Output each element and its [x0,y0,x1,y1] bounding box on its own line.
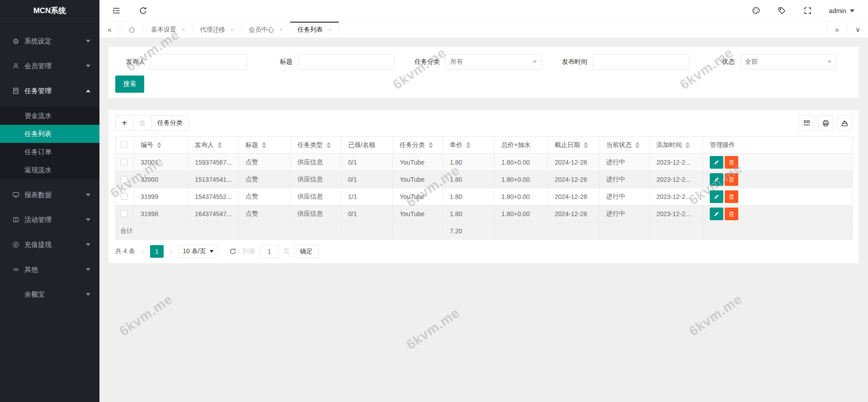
total-empty-cell [548,222,599,240]
sidebar-item[interactable]: 余额宝 [0,285,99,303]
tabs-menu-button[interactable]: ∨ [847,22,868,38]
trash-icon [728,159,735,166]
row-checkbox[interactable] [121,193,127,200]
sort-asc-icon [635,142,640,145]
sidebar-item[interactable]: 任务管理 [0,82,99,100]
edit-button[interactable] [710,190,723,203]
sidebar-subitem[interactable]: 任务列表 [0,125,99,143]
sort-icon[interactable] [466,142,471,148]
fullscreen-icon[interactable] [803,6,812,15]
tab[interactable]: 基本设置× [144,22,193,38]
sort-icon[interactable] [429,142,433,148]
current-page-button[interactable]: 1 [150,245,164,258]
row-checkbox[interactable] [121,159,127,166]
delete-button[interactable] [725,190,738,203]
edit-button[interactable] [710,208,723,220]
edit-button[interactable] [710,173,723,186]
chevron-up-icon [86,90,90,92]
sidebar-item[interactable]: 会员管理 [0,57,99,75]
column-header-inner: 当前状态 [606,141,640,149]
refresh-icon[interactable] [139,6,147,15]
tabs-scroll-left-button[interactable]: « [99,22,120,38]
filter-select[interactable]: 全部 [740,54,837,70]
row-select-cell [116,188,134,205]
sort-icon[interactable] [685,142,690,148]
add-button[interactable]: + [115,115,133,131]
sort-icon[interactable] [326,142,331,148]
cell-unit-price: 1.80 [443,188,495,205]
filter-input[interactable] [593,54,689,70]
next-page-button[interactable]: › [168,247,174,255]
columns-icon [803,119,811,127]
sidebar-item[interactable]: ⚙系统设定 [0,32,99,50]
filter-row: 发布人标题任务分类所有发布时间状态全部 [115,54,852,70]
tab[interactable]: 代理迁移× [193,22,241,38]
column-header-inner: 管理操作 [710,141,735,149]
prev-page-button[interactable]: ‹ [140,247,146,255]
close-tab-icon[interactable]: × [279,27,283,33]
sidebar-subitem[interactable]: 资金流水 [0,107,99,125]
sort-icon[interactable] [262,142,266,148]
column-header: 标题 [239,137,291,154]
table-body: 32001159374567...点赞供应信息0/1YouTube1.801.8… [116,154,853,240]
cell-category: YouTube [393,205,443,222]
user-menu[interactable]: admin [829,7,854,14]
close-tab-icon[interactable]: × [182,27,185,33]
row-checkbox[interactable] [121,210,127,217]
column-label: 添加时间 [656,141,682,149]
task-category-button[interactable]: 任务分类 [151,115,189,131]
column-header-inner: 已领/名额 [348,141,375,149]
filter-select[interactable]: 所有 [445,54,542,70]
print-button[interactable] [818,115,833,131]
close-tab-icon[interactable]: × [328,27,331,33]
sidebar-subitem[interactable]: 任务订单 [0,143,99,161]
tab-label: 会员中心 [249,26,274,34]
tab[interactable]: 会员中心× [241,22,290,38]
delete-button[interactable] [725,208,738,220]
filter-input[interactable] [151,54,247,70]
pagination-refresh-icon[interactable] [229,248,236,255]
delete-selected-button[interactable] [133,115,152,131]
tabs-scroll-right-button[interactable]: » [826,22,847,38]
sidebar-item[interactable]: 报表数据 [0,186,99,204]
columns-filter-button[interactable] [799,115,814,131]
column-label: 任务类型 [297,141,323,149]
filter-field: 任务分类所有 [410,54,557,70]
sidebar-subitem[interactable]: 返现流水 [0,161,99,179]
close-tab-icon[interactable]: × [231,27,234,33]
sidebar-item[interactable]: ∞其他 [0,260,99,279]
theme-palette-icon[interactable] [752,6,760,15]
table-row: 31998164374547...点赞供应信息0/1YouTube1.801.8… [116,205,853,222]
sort-icon[interactable] [584,142,588,148]
delete-button[interactable] [725,156,738,169]
sort-icon[interactable] [157,142,161,148]
goto-confirm-button[interactable]: 确定 [294,245,319,258]
collapse-sidebar-icon[interactable] [112,6,121,15]
select-all-checkbox[interactable] [121,142,127,148]
row-checkbox[interactable] [121,176,127,183]
watermark: 6kvm.me [686,291,745,339]
search-button[interactable]: 搜索 [115,76,144,93]
pencil-icon [713,176,720,183]
edit-button[interactable] [710,156,723,169]
column-header: 发布人 [188,137,239,154]
home-tab[interactable] [120,22,144,38]
task-table: 编号发布人标题任务类型已领/名额任务分类单价总价+抽水截止日期当前状态添加时间管… [115,136,853,240]
tag-icon[interactable] [778,6,786,15]
goto-page-input[interactable] [260,245,279,258]
filter-input[interactable] [298,54,395,70]
sort-icon[interactable] [635,142,640,148]
column-label: 截止日期 [555,141,580,149]
page-size-select[interactable]: 10 条/页 [179,245,217,258]
sidebar-item[interactable]: 充值提现 [0,236,99,254]
export-button[interactable] [837,115,852,131]
delete-button[interactable] [725,173,738,186]
tabs-container: 基本设置×代理迁移×会员中心×任务列表× [144,22,826,38]
tab[interactable]: 任务列表× [290,22,339,38]
cell-actions [703,188,853,205]
sort-icon[interactable] [217,142,222,148]
chevron-down-icon [533,61,537,63]
chevron-down-icon [850,9,854,12]
sidebar: MCN系统 ⚙系统设定会员管理任务管理资金流水任务列表任务订单返现流水报表数据活… [0,0,99,402]
sidebar-item[interactable]: 活动管理 [0,211,99,229]
